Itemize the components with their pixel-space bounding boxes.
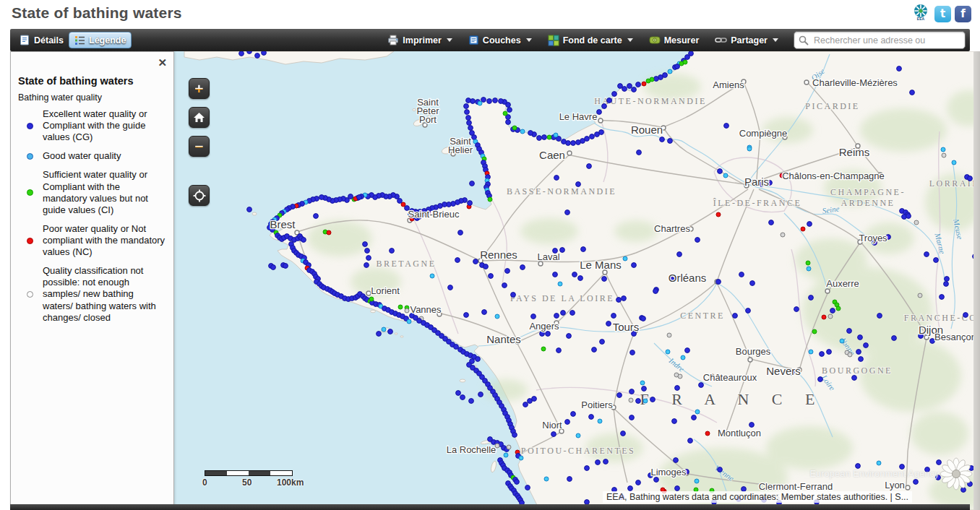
bathing-water-marker[interactable]	[541, 347, 546, 351]
bathing-water-marker[interactable]	[369, 297, 374, 301]
bathing-water-marker[interactable]	[733, 314, 738, 319]
bathing-water-marker[interactable]	[469, 399, 474, 404]
bathing-water-marker[interactable]	[483, 264, 489, 269]
bathing-water-marker[interactable]	[848, 353, 852, 357]
bathing-water-marker[interactable]	[489, 274, 494, 279]
bathing-water-marker[interactable]	[945, 277, 950, 282]
bathing-water-marker[interactable]	[692, 415, 697, 420]
bathing-water-marker[interactable]	[562, 139, 567, 144]
bathing-water-marker[interactable]	[806, 261, 810, 265]
bathing-water-marker[interactable]	[544, 477, 549, 481]
bathing-water-marker[interactable]	[466, 98, 471, 103]
bathing-water-marker[interactable]	[877, 314, 882, 319]
bathing-water-marker[interactable]	[572, 272, 577, 277]
bathing-water-marker[interactable]	[528, 131, 533, 136]
bathing-water-marker[interactable]	[746, 308, 751, 314]
bathing-water-marker[interactable]	[906, 214, 911, 219]
bathing-water-marker[interactable]	[595, 132, 600, 137]
bathing-water-marker[interactable]	[749, 423, 755, 428]
map-canvas[interactable]: OiseSeineMarneMeuseYonneIndreLoireVienne…	[174, 51, 973, 510]
bathing-water-marker[interactable]	[407, 319, 411, 324]
bathing-water-marker[interactable]	[464, 104, 469, 109]
bathing-water-marker[interactable]	[398, 305, 403, 309]
bathing-water-marker[interactable]	[718, 467, 723, 472]
bathing-water-marker[interactable]	[357, 195, 362, 200]
bathing-water-marker[interactable]	[364, 263, 369, 268]
bathing-water-marker[interactable]	[747, 147, 752, 151]
legend-button[interactable]: Légende	[69, 32, 132, 48]
close-icon[interactable]: ✕	[158, 57, 167, 68]
bathing-water-marker[interactable]	[612, 92, 617, 97]
bathing-water-marker[interactable]	[481, 98, 486, 103]
bathing-water-marker[interactable]	[629, 398, 633, 402]
bathing-water-marker[interactable]	[597, 110, 602, 115]
bathing-water-marker[interactable]	[892, 336, 897, 341]
bathing-water-marker[interactable]	[560, 248, 565, 253]
bathing-water-marker[interactable]	[705, 431, 710, 436]
bathing-water-marker[interactable]	[576, 182, 581, 187]
bathing-water-marker[interactable]	[523, 402, 528, 407]
bathing-water-marker[interactable]	[262, 51, 267, 55]
bathing-water-marker[interactable]	[465, 110, 470, 115]
bathing-water-marker[interactable]	[540, 332, 545, 337]
bathing-water-marker[interactable]	[556, 348, 562, 353]
bathing-water-marker[interactable]	[636, 480, 641, 485]
bathing-water-marker[interactable]	[363, 242, 368, 247]
bathing-water-marker[interactable]	[472, 135, 477, 140]
bathing-water-marker[interactable]	[401, 202, 405, 207]
bathing-water-marker[interactable]	[934, 258, 939, 263]
bathing-water-marker[interactable]	[520, 265, 525, 270]
map-viewport[interactable]: OiseSeineMarneMeuseYonneIndreLoireVienne…	[174, 51, 973, 510]
bathing-water-marker[interactable]	[271, 265, 276, 270]
bathing-water-marker[interactable]	[468, 201, 473, 206]
bathing-water-marker[interactable]	[473, 259, 478, 264]
bathing-water-marker[interactable]	[314, 214, 319, 219]
bathing-water-marker[interactable]	[847, 329, 852, 334]
bathing-water-marker[interactable]	[632, 263, 637, 268]
bathing-water-marker[interactable]	[674, 458, 679, 463]
bathing-water-marker[interactable]	[636, 82, 641, 87]
bathing-water-marker[interactable]	[607, 98, 612, 103]
bathing-water-marker[interactable]	[455, 258, 460, 263]
bathing-water-marker[interactable]	[654, 77, 659, 82]
bathing-water-marker[interactable]	[554, 176, 559, 181]
locate-button[interactable]	[189, 185, 210, 206]
map-edge-strip[interactable]	[973, 51, 980, 510]
bathing-water-marker[interactable]	[801, 227, 805, 231]
bathing-water-marker[interactable]	[716, 212, 721, 217]
bathing-water-marker[interactable]	[675, 64, 680, 69]
bathing-water-marker[interactable]	[963, 313, 968, 318]
bathing-water-marker[interactable]	[561, 311, 566, 316]
bathing-water-marker[interactable]	[828, 314, 833, 319]
zoom-out-button[interactable]: −	[189, 136, 210, 157]
bathing-water-marker[interactable]	[542, 135, 547, 140]
bathing-water-marker[interactable]	[724, 124, 729, 129]
bathing-water-marker[interactable]	[589, 415, 594, 420]
basemap-button[interactable]: Fond de carte	[543, 33, 638, 48]
bathing-water-marker[interactable]	[554, 314, 559, 319]
bathing-water-marker[interactable]	[942, 153, 946, 157]
bathing-water-marker[interactable]	[570, 311, 575, 316]
bathing-water-marker[interactable]	[239, 51, 244, 56]
bathing-water-marker[interactable]	[567, 477, 572, 482]
bathing-water-marker[interactable]	[458, 230, 463, 235]
bathing-water-marker[interactable]	[812, 329, 817, 334]
bathing-water-marker[interactable]	[487, 99, 492, 104]
bathing-water-marker[interactable]	[319, 195, 324, 200]
bathing-water-marker[interactable]	[695, 479, 699, 483]
bathing-water-marker[interactable]	[504, 453, 508, 457]
bathing-water-marker[interactable]	[739, 272, 744, 277]
bathing-water-marker[interactable]	[578, 276, 583, 281]
bathing-water-marker[interactable]	[653, 289, 658, 294]
bathing-water-marker[interactable]	[641, 316, 646, 321]
bathing-water-marker[interactable]	[840, 339, 844, 343]
bathing-water-marker[interactable]	[820, 352, 825, 357]
bathing-water-marker[interactable]	[629, 415, 635, 420]
bathing-water-marker[interactable]	[546, 332, 551, 337]
bathing-water-marker[interactable]	[643, 399, 648, 403]
bathing-water-marker[interactable]	[822, 315, 826, 319]
bathing-water-marker[interactable]	[255, 53, 260, 59]
bathing-water-marker[interactable]	[598, 419, 602, 423]
bathing-water-marker[interactable]	[678, 374, 682, 379]
bathing-water-marker[interactable]	[283, 264, 288, 269]
